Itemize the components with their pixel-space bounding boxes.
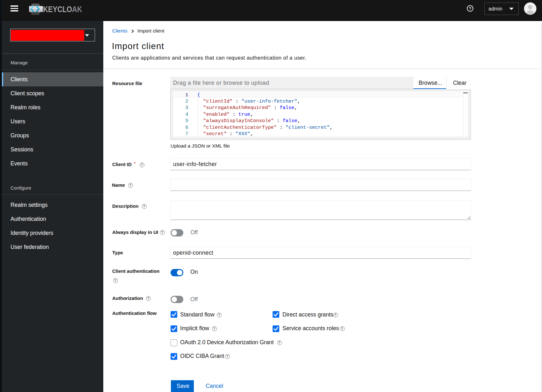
svg-text:?: ?: [469, 6, 472, 11]
